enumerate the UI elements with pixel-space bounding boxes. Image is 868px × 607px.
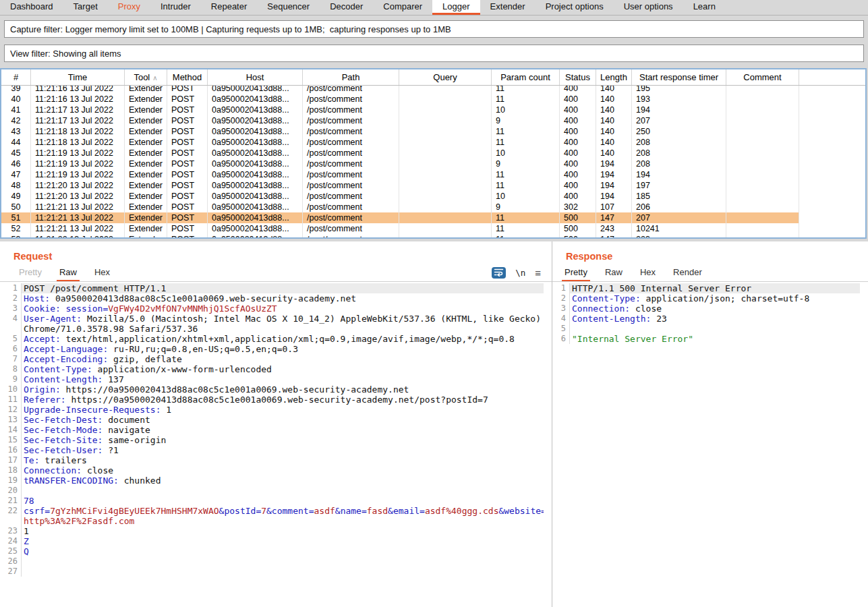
table-row-44[interactable]: 4411:21:18 13 Jul 2022ExtenderPOST0a9500… bbox=[1, 137, 865, 148]
column-header-path[interactable]: Path bbox=[303, 69, 399, 85]
cell-tool: Extender bbox=[125, 137, 167, 148]
cell-start-response-timer: 185 bbox=[632, 191, 726, 202]
response-line: 1HTTP/1.1 500 Internal Server Error bbox=[552, 283, 860, 293]
view-filter-bar[interactable]: View filter: Showing all items bbox=[4, 45, 864, 62]
line-content: Referer: https://0a9500020413d88ac08c5c1… bbox=[21, 395, 544, 405]
request-editor[interactable]: 1POST /post/comment HTTP/1.12Host: 0a950… bbox=[0, 283, 544, 607]
cell-query bbox=[399, 126, 492, 137]
request-line: 6Accept-Language: ru-RU,ru;q=0.8,en-US;q… bbox=[0, 344, 544, 354]
cell-start-response-timer: 208 bbox=[632, 148, 726, 158]
request-line: 2Host: 0a9500020413d88ac08c5c1e001a0069.… bbox=[0, 293, 544, 304]
line-number: 18 bbox=[0, 465, 21, 475]
table-row-42[interactable]: 4211:21:17 13 Jul 2022ExtenderPOST0a9500… bbox=[1, 115, 865, 126]
table-row-40[interactable]: 4011:21:16 13 Jul 2022ExtenderPOST0a9500… bbox=[1, 94, 865, 105]
wrap-toggle-button[interactable] bbox=[492, 267, 506, 279]
tab-intruder[interactable]: Intruder bbox=[150, 0, 201, 15]
line-number: 23 bbox=[0, 526, 21, 536]
table-row-45[interactable]: 4511:21:19 13 Jul 2022ExtenderPOST0a9500… bbox=[1, 148, 865, 158]
line-content: Chrome/71.0.3578.98 Safari/537.36 bbox=[21, 324, 544, 334]
response-tab-pretty[interactable]: Pretty bbox=[562, 265, 590, 281]
cell-length: 194 bbox=[596, 169, 632, 180]
request-line: http%3A%2F%2Fasdf.com bbox=[0, 516, 544, 526]
editor-menu-button[interactable]: ≡ bbox=[535, 268, 541, 278]
cell-status: 400 bbox=[560, 180, 596, 191]
request-tabs: PrettyRawHex bbox=[0, 265, 125, 281]
line-content: Connection: close bbox=[21, 465, 544, 475]
cell-num: 49 bbox=[1, 191, 31, 202]
request-line: 10Origin: https://0a9500020413d88ac08c5c… bbox=[0, 384, 544, 395]
cell-host: 0a9500020413d88... bbox=[208, 169, 303, 180]
column-header-query[interactable]: Query bbox=[399, 69, 492, 85]
table-row-50[interactable]: 5011:21:21 13 Jul 2022ExtenderPOST0a9500… bbox=[1, 202, 865, 212]
line-content: User-Agent: Mozilla/5.0 (Macintosh; Inte… bbox=[21, 314, 544, 324]
tab-dashboard[interactable]: Dashboard bbox=[0, 0, 63, 15]
tab-sequencer[interactable]: Sequencer bbox=[257, 0, 320, 15]
table-row-46[interactable]: 4611:21:19 13 Jul 2022ExtenderPOST0a9500… bbox=[1, 158, 865, 169]
cell-path: /post/comment bbox=[303, 105, 399, 115]
column-header-start-response-timer[interactable]: Start response timer bbox=[632, 69, 726, 85]
logger-table: #TimeTool∧MethodHostPathQueryParam count… bbox=[0, 68, 867, 239]
cell-time: 11:21:19 13 Jul 2022 bbox=[31, 169, 125, 180]
table-row-43[interactable]: 4311:21:18 13 Jul 2022ExtenderPOST0a9500… bbox=[1, 126, 865, 137]
column-header-host[interactable]: Host bbox=[208, 69, 303, 85]
top-tab-bar: DashboardTargetProxyIntruderRepeaterSequ… bbox=[0, 0, 868, 16]
cell-comment bbox=[726, 223, 799, 234]
response-editor[interactable]: 1HTTP/1.1 500 Internal Server Error2Cont… bbox=[552, 283, 860, 607]
tab-user-options[interactable]: User options bbox=[614, 0, 683, 15]
cell-param-count: 11 bbox=[492, 94, 560, 105]
tab-decoder[interactable]: Decoder bbox=[320, 0, 373, 15]
column-header-param-count[interactable]: Param count bbox=[492, 69, 560, 85]
cell-comment bbox=[726, 126, 799, 137]
column-header-status[interactable]: Status bbox=[560, 69, 596, 85]
request-tab-pretty: Pretty bbox=[16, 265, 45, 281]
table-row-47[interactable]: 4711:21:19 13 Jul 2022ExtenderPOST0a9500… bbox=[1, 169, 865, 180]
column-header-tool[interactable]: Tool∧ bbox=[125, 69, 167, 85]
column-header-comment[interactable]: Comment bbox=[726, 69, 799, 85]
cell-method: POST bbox=[167, 158, 208, 169]
cell-tool: Extender bbox=[125, 115, 167, 126]
line-content: Content-Type: application/x-www-form-url… bbox=[21, 364, 544, 374]
cell-host: 0a9500020413d88... bbox=[208, 180, 303, 191]
cell-length: 147 bbox=[596, 212, 632, 223]
newline-toggle-button[interactable]: \n bbox=[515, 268, 525, 278]
tab-target[interactable]: Target bbox=[63, 0, 108, 15]
capture-filter-bar[interactable]: Capture filter: Logger memory limit set … bbox=[4, 20, 864, 38]
line-content: Content-Type: application/json; charset=… bbox=[569, 293, 860, 304]
response-tab-render[interactable]: Render bbox=[670, 265, 705, 281]
column-header-time[interactable]: Time bbox=[31, 69, 125, 85]
cell-time: 11:21:22 13 Jul 2022 bbox=[31, 234, 125, 239]
table-row-49[interactable]: 4911:21:20 13 Jul 2022ExtenderPOST0a9500… bbox=[1, 191, 865, 202]
table-row-41[interactable]: 4111:21:17 13 Jul 2022ExtenderPOST0a9500… bbox=[1, 105, 865, 115]
cell-status: 400 bbox=[560, 94, 596, 105]
cell-time: 11:21:20 13 Jul 2022 bbox=[31, 191, 125, 202]
request-tab-raw[interactable]: Raw bbox=[57, 265, 80, 281]
tab-repeater[interactable]: Repeater bbox=[201, 0, 257, 15]
cell-method: POST bbox=[167, 137, 208, 148]
request-panel: Request PrettyRawHex bbox=[0, 241, 552, 607]
request-tab-hex[interactable]: Hex bbox=[92, 265, 113, 281]
request-line: 22csrf=7gYzhMCiFvi4gBEyUEEk7HmHSHM7xWAO&… bbox=[0, 506, 544, 516]
column-header-method[interactable]: Method bbox=[167, 69, 208, 85]
tab-extender[interactable]: Extender bbox=[480, 0, 536, 15]
tab-logger[interactable]: Logger bbox=[432, 0, 480, 15]
response-line: 4Content-Length: 23 bbox=[552, 314, 860, 324]
response-tab-raw[interactable]: Raw bbox=[602, 265, 625, 281]
column-header-length[interactable]: Length bbox=[596, 69, 632, 85]
column-header-num[interactable]: # bbox=[1, 69, 31, 85]
cell-comment bbox=[726, 115, 799, 126]
table-row-52[interactable]: 5211:21:21 13 Jul 2022ExtenderPOST0a9500… bbox=[1, 223, 865, 234]
table-row-53[interactable]: 5311:21:22 13 Jul 2022ExtenderPOST0a9500… bbox=[1, 234, 865, 239]
cell-tool: Extender bbox=[125, 169, 167, 180]
line-number: 16 bbox=[0, 445, 21, 455]
tab-project-options[interactable]: Project options bbox=[536, 0, 614, 15]
line-content: Host: 0a9500020413d88ac08c5c1e001a0069.w… bbox=[21, 293, 544, 304]
tab-comparer[interactable]: Comparer bbox=[373, 0, 432, 15]
line-number: 25 bbox=[0, 546, 21, 556]
tab-proxy[interactable]: Proxy bbox=[108, 0, 150, 15]
table-row-48[interactable]: 4811:21:20 13 Jul 2022ExtenderPOST0a9500… bbox=[1, 180, 865, 191]
table-row-51[interactable]: 5111:21:21 13 Jul 2022ExtenderPOST0a9500… bbox=[1, 212, 865, 223]
response-tab-hex[interactable]: Hex bbox=[637, 265, 658, 281]
tab-learn[interactable]: Learn bbox=[683, 0, 726, 15]
cell-tool: Extender bbox=[125, 126, 167, 137]
request-editor-toolbar: \n ≡ bbox=[492, 267, 541, 279]
